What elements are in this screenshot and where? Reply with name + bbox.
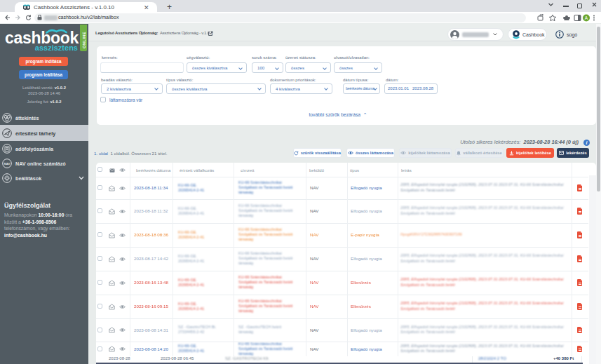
svg-text:ONLINE: ONLINE <box>82 32 86 48</box>
svg-text:A: A <box>585 15 588 20</box>
svg-text:NAV: NAV <box>4 162 11 166</box>
